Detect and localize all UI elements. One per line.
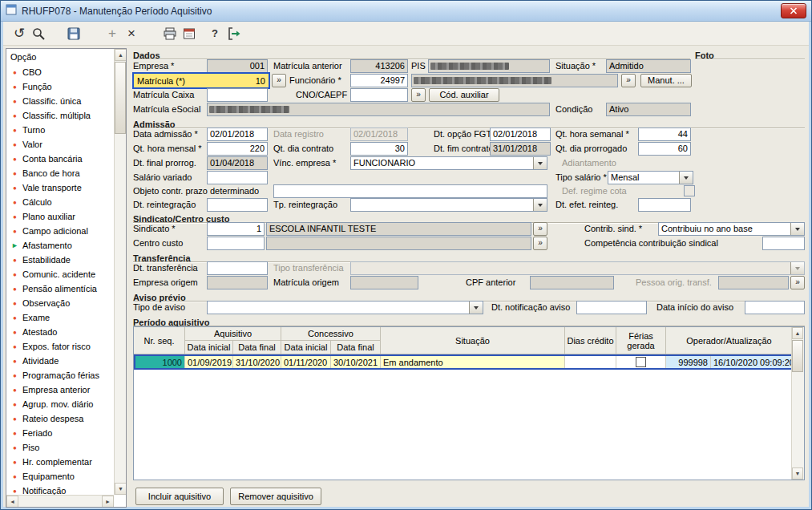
sidebar-item-label: Plano auxiliar (22, 212, 75, 221)
chevron-down-icon[interactable] (469, 302, 483, 314)
matricula-esocial-label: Matrícula eSocial (133, 103, 200, 116)
ferias-gerada-checkbox[interactable] (636, 357, 646, 367)
tipo-de-aviso-combo[interactable] (207, 301, 483, 314)
dt-transferencia-field[interactable] (207, 261, 268, 275)
sidebar-item-turno[interactable]: ●Turno (6, 123, 114, 137)
sidebar-item-funcao[interactable]: ●Função (6, 79, 114, 94)
scroll-thumb[interactable] (792, 340, 803, 372)
contrib-sind-combo[interactable]: Contribuiu no ano base (658, 222, 805, 236)
sidebar-item-comunic-acidente[interactable]: ●Comunic. acidente (6, 267, 114, 281)
col-header-nr-seq: Nr. seq. (134, 327, 185, 354)
sidebar-item-exame[interactable]: ●Exame (6, 310, 114, 325)
data-inicio-aviso-field[interactable] (745, 301, 805, 314)
sidebar-item-conta-bancaria[interactable]: ●Conta bancária (6, 152, 114, 166)
sidebar-item-piso[interactable]: ●Piso (6, 440, 114, 455)
chevron-down-icon[interactable] (533, 157, 547, 169)
sidebar-item-estabilidade[interactable]: ●Estabilidade (6, 253, 114, 267)
sidebar-item-observacao[interactable]: ●Observação (6, 296, 114, 310)
exit-icon[interactable] (224, 24, 244, 43)
print-icon[interactable] (160, 24, 180, 43)
refresh-icon[interactable]: ↺ (10, 24, 29, 43)
chevron-down-icon[interactable] (679, 172, 693, 184)
sidebar-item-rateio-despesa[interactable]: ●Rateio despesa (6, 411, 114, 426)
dt-efet-reinteg-field[interactable] (638, 198, 691, 212)
sidebar-item-programacao-ferias[interactable]: ●Programação férias (6, 368, 114, 382)
sidebar-item-banco-de-hora[interactable]: ●Banco de hora (6, 166, 114, 180)
help-icon[interactable]: ? (205, 24, 224, 43)
matricula-field[interactable]: Matrícula (*) 10 (132, 72, 270, 89)
sidebar-item-plano-auxiliar[interactable]: ●Plano auxiliar (6, 209, 114, 224)
sidebar-item-classific-multipla[interactable]: ●Classific. múltipla (6, 108, 114, 123)
dt-reintegracao-field[interactable] (207, 198, 268, 212)
funcionario-lookup-button[interactable]: » (621, 74, 636, 87)
grid-vertical-scrollbar[interactable]: ▲ ▼ (791, 327, 804, 480)
sidebar-vertical-scrollbar[interactable]: ▲ ▼ (114, 49, 126, 495)
cod-auxiliar-button[interactable]: Cód. auxiliar (429, 88, 499, 102)
centro-custo-codigo-field[interactable] (207, 237, 265, 250)
matricula-lookup-button[interactable]: » (272, 74, 286, 87)
data-admissao-field[interactable]: 02/01/2018 (207, 128, 268, 141)
sidebar-item-hr-complementar[interactable]: ●Hr. complementar (6, 455, 114, 469)
sidebar-item-equipamento[interactable]: ●Equipamento (6, 469, 114, 484)
funcionario-codigo-field[interactable]: 24997 (350, 74, 408, 87)
sidebar-item-vale-transporte[interactable]: ●Vale transporte (6, 180, 114, 195)
sidebar-item-classific-unica[interactable]: ●Classific. única (6, 94, 114, 108)
salario-variado-field[interactable] (207, 171, 268, 184)
vinc-empresa-combo[interactable]: FUNCIONARIO (350, 156, 547, 170)
delete-icon[interactable]: × (122, 24, 141, 43)
sidebar-item-atividade[interactable]: ●Atividade (6, 354, 114, 368)
tipo-salario-combo[interactable]: Mensal (608, 171, 693, 184)
sindicato-codigo-field[interactable]: 1 (207, 222, 265, 236)
item-bullet-icon: ● (11, 127, 18, 134)
scroll-up-icon[interactable]: ▲ (115, 49, 127, 61)
competencia-field[interactable] (762, 237, 805, 250)
chevron-down-icon[interactable] (790, 223, 804, 235)
sindicato-lookup-button[interactable]: » (533, 222, 547, 236)
sidebar-item-label: Afastamento (22, 241, 72, 250)
scroll-thumb[interactable] (115, 62, 126, 134)
remover-aquisitivo-button[interactable]: Remover aquisitivo (230, 488, 321, 505)
cno-lookup-button[interactable]: » (411, 88, 426, 102)
dt-opcao-fgts-field[interactable]: 02/01/2018 (490, 128, 551, 141)
save-icon[interactable] (64, 24, 83, 43)
sidebar-item-cbo[interactable]: ●CBO (6, 65, 114, 79)
sidebar-item-valor[interactable]: ●Valor (6, 137, 114, 152)
sidebar-item-feriado[interactable]: ●Feriado (6, 426, 114, 440)
sidebar-item-afastamento[interactable]: ►Afastamento (6, 238, 114, 253)
chevron-down-icon[interactable] (533, 199, 547, 211)
centro-custo-lookup-button[interactable]: » (533, 237, 547, 250)
qt-dia-prorrogado-field[interactable]: 60 (638, 142, 691, 156)
sidebar-item-label: Agrup. mov. diário (22, 399, 93, 409)
sidebar-item-notificacao[interactable]: ●Notificação (6, 484, 114, 495)
tp-reintegracao-combo[interactable] (350, 198, 547, 212)
sidebar-item-calculo[interactable]: ●Cálculo (6, 195, 114, 209)
scroll-down-icon[interactable]: ▼ (792, 468, 803, 480)
dt-notificacao-field[interactable] (576, 301, 647, 314)
qt-dia-contrato-field[interactable]: 30 (350, 142, 408, 156)
matricula-caixa-field[interactable] (207, 88, 268, 102)
objeto-contr-field[interactable] (273, 184, 547, 198)
qt-hora-semanal-field[interactable]: 44 (638, 128, 691, 141)
scroll-up-icon[interactable]: ▲ (792, 327, 803, 339)
add-icon[interactable]: + (103, 24, 122, 43)
scroll-right-icon[interactable]: ► (102, 496, 114, 508)
manut-button[interactable]: Manut. ... (640, 74, 692, 87)
sidebar-item-expos-fator-risco[interactable]: ●Expos. fator risco (6, 339, 114, 354)
sidebar-item-empresa-anterior[interactable]: ●Empresa anterior (6, 382, 114, 397)
incluir-aquisitivo-button[interactable]: Incluir aquisitivo (135, 488, 224, 505)
sidebar-item-atestado[interactable]: ●Atestado (6, 325, 114, 339)
scroll-left-icon[interactable]: ◄ (6, 496, 18, 508)
close-button[interactable] (781, 3, 806, 18)
scroll-down-icon[interactable]: ▼ (115, 483, 127, 495)
def-regime-cota-label: Def. regime cota (562, 184, 627, 198)
schedule-icon[interactable] (180, 24, 199, 43)
table-row[interactable]: 1000 01/09/2019 31/10/2020 01/11/2020 30… (134, 354, 793, 370)
sidebar-item-pensao-alimenticia[interactable]: ●Pensão alimentícia (6, 281, 114, 296)
search-icon[interactable] (29, 24, 48, 43)
qt-hora-mensal-field[interactable]: 220 (207, 142, 268, 156)
sidebar-item-agrup-mov-diario[interactable]: ●Agrup. mov. diário (6, 397, 114, 411)
pessoa-orig-lookup-button[interactable]: » (790, 276, 805, 289)
sidebar-item-campo-adicional[interactable]: ●Campo adicional (6, 224, 114, 238)
cno-caepf-field[interactable] (350, 88, 408, 102)
sidebar-horizontal-scrollbar[interactable]: ◄ ► (6, 495, 114, 507)
